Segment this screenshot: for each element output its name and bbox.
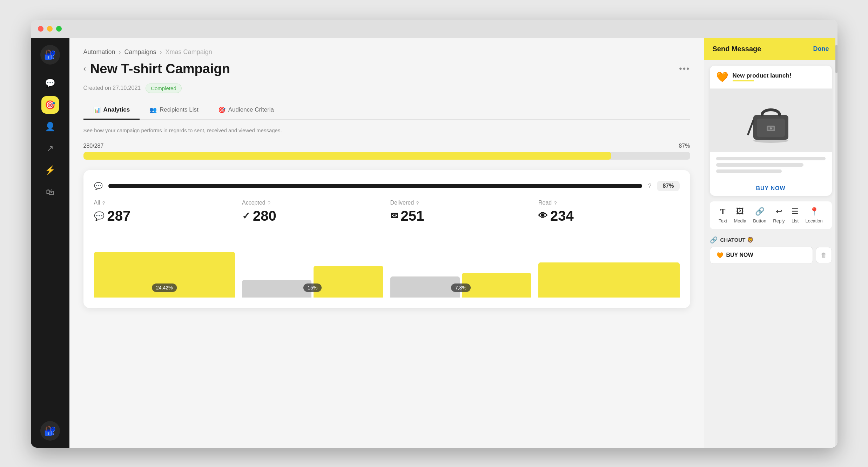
- delete-cta-button[interactable]: 🗑: [816, 247, 832, 263]
- message-preview-top: 🧡 New product launch!: [710, 66, 832, 89]
- bar-label-delivered: 7,8%: [451, 283, 471, 292]
- action-location[interactable]: 📍 Location: [806, 207, 823, 224]
- type-bar: [108, 184, 642, 188]
- done-button[interactable]: Done: [813, 45, 829, 53]
- delivered-label: Delivered: [390, 200, 414, 206]
- tab-analytics[interactable]: 📊 Analytics: [83, 101, 140, 120]
- cta-emoji: 🧡: [716, 252, 724, 259]
- svg-point-4: [770, 127, 772, 129]
- product-image: [710, 89, 832, 152]
- sidebar-item-campaigns[interactable]: 🎯: [41, 96, 59, 114]
- stats-percent-badge: 87%: [657, 181, 679, 191]
- created-date: Created on 27.10.2021: [83, 85, 141, 91]
- progress-fill: [83, 152, 611, 160]
- stats-columns: All ? 💬 287 Accepted: [94, 200, 680, 224]
- media-icon-label: Media: [734, 218, 746, 224]
- sidebar-logo: 🔐: [40, 45, 60, 65]
- tabs: 📊 Analytics 👥 Recipients List 🎯 Audience…: [83, 101, 690, 120]
- cta-button[interactable]: 🧡 BUY NOW: [710, 247, 813, 264]
- minimize-dot[interactable]: [47, 26, 53, 32]
- close-dot[interactable]: [38, 26, 43, 32]
- stat-all-value: 💬 287: [94, 208, 235, 224]
- send-message-header: Send Message Done: [704, 38, 837, 60]
- product-launch-text: New product launch!: [733, 72, 792, 79]
- bar-col-delivered: 7,8%: [390, 234, 532, 298]
- product-text-lines: [710, 152, 832, 181]
- stat-delivered-value: ✉ 251: [390, 208, 532, 224]
- button-icon: 🔗: [755, 207, 765, 216]
- back-button[interactable]: ‹: [83, 64, 86, 73]
- logo-icon: 🔐: [44, 49, 56, 60]
- stat-accepted-value: ✓ 280: [242, 208, 383, 224]
- stats-card-header: 💬 ? 87%: [94, 181, 680, 191]
- text-line-3: [716, 169, 782, 173]
- breadcrumb-sep1: ›: [119, 48, 121, 56]
- bar-col-read: [538, 234, 680, 298]
- meta-row: Created on 27.10.2021 Completed: [83, 84, 690, 93]
- progress-bar: [83, 152, 690, 160]
- breadcrumb: Automation › Campaigns › Xmas Campaign: [83, 48, 690, 56]
- read-help: ?: [554, 200, 557, 206]
- chatout-label: CHATOUT 🦁: [720, 237, 754, 243]
- action-list[interactable]: ☰ List: [792, 207, 799, 224]
- stat-col-delivered: Delivered ? ✉ 251: [390, 200, 532, 224]
- product-title-underline: [733, 80, 754, 81]
- progress-percent: 87%: [679, 143, 690, 149]
- breadcrumb-automation[interactable]: Automation: [83, 48, 115, 56]
- sidebar-item-lightning[interactable]: ⚡: [41, 161, 59, 179]
- bar-pair-read: [538, 248, 680, 298]
- text-line-2: [716, 163, 804, 167]
- sidebar-item-contacts[interactable]: 👤: [41, 118, 59, 135]
- tab-description: See how your campaign performs in regard…: [83, 127, 690, 135]
- stat-col-all: All ? 💬 287: [94, 200, 235, 224]
- breadcrumb-current: Xmas Campaign: [166, 48, 212, 56]
- stat-read-value: 👁 234: [538, 208, 680, 224]
- bar-read-yellow: [538, 262, 680, 298]
- all-label: All: [94, 200, 100, 206]
- browser-titlebar: [31, 20, 837, 38]
- stat-accepted-header: Accepted ?: [242, 200, 383, 206]
- bottom-logo-icon: 🔐: [44, 425, 56, 436]
- stats-card: 💬 ? 87% All ?: [83, 170, 690, 308]
- breadcrumb-sep2: ›: [160, 48, 162, 56]
- scrollbar-thumb[interactable]: [835, 45, 837, 73]
- breadcrumb-campaigns[interactable]: Campaigns: [125, 48, 156, 56]
- action-reply[interactable]: ↩ Reply: [773, 207, 785, 224]
- sidebar-bottom-logo: 🔐: [40, 421, 60, 441]
- text-line-1: [716, 157, 826, 160]
- read-icon: 👁: [538, 211, 547, 221]
- button-icon-label: Button: [753, 218, 766, 224]
- chat-icon: 💬: [94, 182, 103, 190]
- accepted-help: ?: [268, 200, 270, 206]
- action-text[interactable]: T Text: [719, 207, 727, 224]
- bar-delivered-yellow: [462, 273, 531, 298]
- tab-recipients[interactable]: 👥 Recipients List: [140, 101, 208, 120]
- action-media[interactable]: 🖼 Media: [734, 207, 746, 224]
- product-emoji: 🧡: [716, 71, 728, 83]
- action-button[interactable]: 🔗 Button: [753, 207, 766, 224]
- page-title: New T-shirt Campaign: [90, 61, 230, 76]
- maximize-dot[interactable]: [56, 26, 62, 32]
- stat-col-accepted: Accepted ? ✓ 280: [242, 200, 383, 224]
- sidebar-item-chat[interactable]: 💬: [41, 74, 59, 92]
- trash-icon: 🗑: [821, 252, 827, 259]
- send-message-title: Send Message: [713, 45, 761, 53]
- more-options-button[interactable]: •••: [679, 64, 690, 74]
- bar-col-accepted: 15%: [242, 234, 383, 298]
- right-panel-body: 🧡 New product launch!: [704, 60, 837, 448]
- accepted-label: Accepted: [242, 200, 265, 206]
- stat-all-header: All ?: [94, 200, 235, 206]
- bar-label-all: 24,42%: [152, 283, 177, 292]
- scrollbar-track: [835, 38, 837, 448]
- tab-audience[interactable]: 🎯 Audience Criteria: [208, 101, 284, 120]
- list-icon-label: List: [792, 218, 799, 224]
- location-icon-label: Location: [806, 218, 823, 224]
- chatout-row: 🔗 CHATOUT 🦁: [710, 233, 832, 247]
- page-title-wrap: ‹ New T-shirt Campaign: [83, 61, 230, 76]
- sidebar-item-bag[interactable]: 🛍: [41, 183, 59, 201]
- right-panel: Send Message Done 🧡 New product launch!: [704, 38, 837, 448]
- text-format-icon: T: [720, 207, 726, 216]
- reply-icon: ↩: [776, 207, 782, 216]
- sidebar-item-forward[interactable]: ↗: [41, 140, 59, 157]
- bar-accepted-gray: [242, 280, 311, 298]
